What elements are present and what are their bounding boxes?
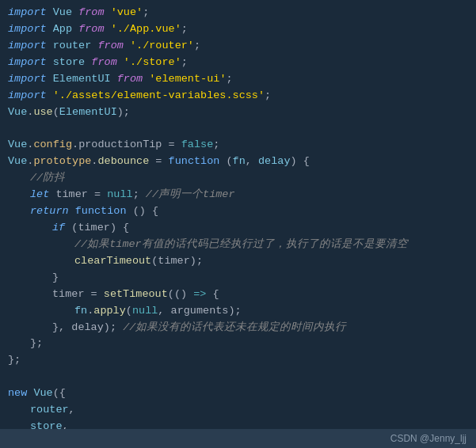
footer-attribution: CSDN @Jenny_ljj xyxy=(390,431,466,446)
string-vue: 'vue' xyxy=(111,5,143,21)
code-line-2: import App from './App.vue' ; xyxy=(8,21,468,38)
code-line-21: }; xyxy=(8,352,468,369)
code-line-3: import router from './router' ; xyxy=(8,38,468,55)
code-line-7: Vue . use ( ElementUI ); xyxy=(8,104,468,121)
keyword-from: from xyxy=(78,5,104,21)
code-line-14: //如果timer有值的话代码已经执行过了，执行了的话是不是要清空 xyxy=(8,237,468,253)
code-line-12: return function () { xyxy=(8,203,468,220)
code-line-17: timer = setTimeout (() => { xyxy=(8,287,468,303)
code-line-18: fn . apply ( null , arguments); xyxy=(8,303,468,320)
code-line-19: }, delay); //如果没有的话代表还未在规定的时间内执行 xyxy=(8,320,468,336)
blank-line-2 xyxy=(8,369,468,385)
keyword-import: import xyxy=(8,5,47,21)
code-line-13: if (timer) { xyxy=(8,220,468,237)
code-line-8: Vue . config . productionTip = false ; xyxy=(8,137,468,154)
footer-bar: CSDN @Jenny_ljj xyxy=(0,429,476,448)
code-line-22: new Vue ({ xyxy=(8,385,468,402)
code-line-6: import './assets/element-variables.scss'… xyxy=(8,88,468,104)
code-line-1: import Vue from 'vue' ; xyxy=(8,5,468,21)
code-line-16: } xyxy=(8,270,468,287)
code-line-11: let timer = null ; //声明一个timer xyxy=(8,187,468,203)
identifier-vue: Vue xyxy=(53,5,72,21)
code-line-5: import ElementUI from 'element-ui' ; xyxy=(8,71,468,88)
code-line-15: clearTimeout (timer); xyxy=(8,253,468,270)
code-line-23: router , xyxy=(8,402,468,419)
code-line-20: }; xyxy=(8,336,468,352)
code-line-10: //防抖 xyxy=(8,170,468,187)
code-line-24: store , xyxy=(8,419,468,429)
code-line-9: Vue . prototype . debounce = function ( … xyxy=(8,154,468,170)
code-editor: import Vue from 'vue' ; import App from … xyxy=(0,0,476,429)
blank-line-1 xyxy=(8,120,468,137)
code-line-4: import store from './store' ; xyxy=(8,55,468,71)
